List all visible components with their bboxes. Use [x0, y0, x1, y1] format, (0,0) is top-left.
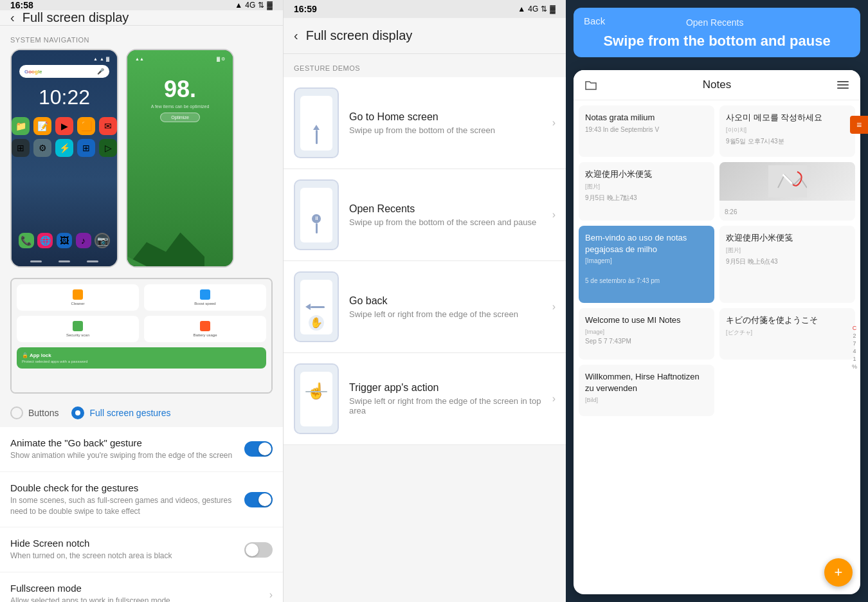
note-card-4-image[interactable]: 8:26 — [719, 162, 855, 221]
note-card-6[interactable]: 欢迎使用小米便笺 [图片] 9月5日 晚上6点43 — [719, 226, 855, 303]
phone-inner-back: ✋ — [300, 280, 332, 334]
gesture-preview-recents: ⏸ — [294, 179, 339, 250]
phone-top-bar: ▲ ▲ ▓ — [17, 55, 112, 62]
phone-dock: 📞 🌐 🖼 ♪ 📷 — [12, 233, 117, 248]
page-header-left: ‹ Full screen display — [0, 10, 283, 26]
arrow-head — [313, 125, 320, 130]
phone-top-bar-green: ▲▲ ▓ ⚙ — [132, 55, 228, 63]
arrow-recents: ⏸ — [312, 214, 321, 233]
note-card-3[interactable]: 欢迎使用小米便笺 [图片] 9月5日 晚上7點43 — [579, 162, 714, 221]
setting-notch-desc: When turned on, the screen notch area is… — [10, 551, 244, 561]
time-left: 16:58 — [10, 0, 33, 10]
note-card-5-blue[interactable]: Bem-vindo ao uso de notas pegajosas de m… — [579, 226, 714, 303]
signal-icon: ▲ — [100, 57, 104, 61]
gesture-recents[interactable]: ⏸ Open Recents Swipe up from the bottom … — [284, 169, 566, 261]
app-files: 📁 — [12, 117, 30, 135]
note-sub-9: [Bild] — [585, 397, 708, 403]
note-sub-8: [ピクチャ] — [726, 329, 849, 337]
nav-dot-home — [59, 260, 70, 262]
chevron-fullscreen: › — [269, 589, 273, 601]
setting-notch: Hide Screen notch When turned on, the sc… — [0, 527, 283, 572]
orange-widget: ≡ — [850, 116, 868, 134]
phone-nav-bar — [12, 260, 117, 262]
status-bar-middle: 16:59 ▲ 4G ⇅ ▓ — [284, 0, 566, 18]
setting-animate-title: Animate the "Go back" gesture — [10, 437, 244, 448]
toggle-thumb-animate — [258, 442, 271, 455]
notes-menu-icon[interactable] — [836, 78, 850, 92]
fab-add-note[interactable]: + — [824, 558, 853, 587]
note-sub-7: [Image] — [585, 329, 708, 335]
btn-cleaner: Cleaner — [17, 284, 139, 311]
note-image-top-4 — [719, 162, 855, 201]
gesture-trigger[interactable]: ☝ Trigger app's action Swipe left or rig… — [284, 353, 566, 445]
phone-mock-green[interactable]: ▲▲ ▓ ⚙ 98. A few items can be optimized … — [126, 49, 234, 268]
chevron-home: › — [552, 117, 556, 129]
nav-option-gestures[interactable]: Full screen gestures — [71, 406, 170, 419]
btn-row-1: Cleaner Boost speed — [17, 284, 266, 311]
tooltip-open-recents: Back Open Recents Swipe from the bottom … — [574, 8, 860, 57]
nav-option-buttons[interactable]: Buttons — [10, 406, 59, 419]
note-card-7[interactable]: Welcome to use MI Notes [Image] Sep 5 7 … — [579, 308, 714, 360]
phone-inner-recents: ⏸ — [300, 188, 332, 242]
notes-app: Notes Notas grata milium 19:43 In die Se… — [574, 70, 860, 594]
gesture-title-trigger: Trigger app's action — [349, 382, 542, 394]
sidebar-letter-7: 7 — [850, 340, 859, 347]
app-mail: ✉ — [99, 117, 117, 135]
notes-header: Notes — [574, 70, 860, 100]
notes-title: Notes — [598, 78, 836, 91]
dock-music: ♪ — [76, 233, 91, 248]
gesture-back[interactable]: ✋ Go back Swipe left or right from the e… — [284, 261, 566, 353]
toggle-double-check[interactable] — [244, 492, 273, 507]
notes-folder-icon — [584, 78, 598, 92]
back-button-left[interactable]: ‹ — [10, 10, 15, 25]
network-m: 4G — [528, 5, 538, 14]
chevron-recents: › — [552, 209, 556, 221]
pause-circle: ⏸ — [312, 214, 321, 223]
note-date-5: 5 de setembro às 7:43 pm — [585, 264, 708, 284]
back-button-middle[interactable]: ‹ — [294, 28, 298, 43]
google-search-bar: Google 🎤 — [19, 65, 109, 78]
tooltip-open-recents-label: Open Recents — [686, 17, 744, 28]
toggle-animate[interactable] — [244, 441, 273, 457]
gesture-preview-home — [294, 87, 339, 158]
toggle-notch[interactable] — [244, 542, 273, 558]
app-play: ▶ — [55, 117, 73, 135]
gesture-home[interactable]: Go to Home screen Swipe up from the bott… — [284, 77, 566, 169]
note-card-9[interactable]: Willkommen, Hirse Haftnotizen zu verwend… — [579, 365, 714, 416]
battery-icon-b — [200, 321, 210, 331]
app-lock-sub: Protect selected apps with a password — [22, 360, 261, 363]
sidebar-letter-1: 1 — [850, 356, 859, 362]
gesture-desc-home: Swipe up from the bottom of the screen — [349, 125, 542, 135]
note-date-4: 8:26 — [725, 208, 850, 215]
note-card-8[interactable]: キビの付箋を使ようこそ [ピクチャ] — [719, 308, 855, 360]
phone-clock: 10:22 — [39, 86, 90, 109]
note-card-1[interactable]: Notas grata milium 19:43 In die Septembr… — [579, 105, 714, 157]
btn-security: Security scan — [17, 316, 139, 342]
app-lock-card: 🔒 App lock Protect selected apps with a … — [17, 347, 266, 369]
arrow-shaft-b — [311, 306, 325, 308]
chevron-trigger: › — [552, 393, 556, 405]
note-title-6: 欢迎使用小米便笺 — [726, 232, 849, 244]
swipe-line — [305, 391, 327, 392]
gesture-preview-trigger: ☝ — [294, 363, 339, 434]
note-date-1: 19:43 In die Septembris V — [585, 126, 708, 133]
tooltip-back-label[interactable]: Back — [584, 15, 605, 26]
phone-buttons-area: Cleaner Boost speed Security scan Batter… — [0, 278, 283, 399]
note-title-2: 사오미 메모를 작성하세요 — [726, 112, 849, 123]
notes-grid: Notas grata milium 19:43 In die Septembr… — [574, 100, 860, 421]
setting-fullscreen[interactable]: Fullscreen mode Allow selected apps to w… — [0, 572, 283, 602]
phone-mock-home[interactable]: ▲ ▲ ▓ Google 🎤 10:22 📁 📝 ▶ 🟧 ✉ ⊞ — [10, 49, 118, 268]
gesture-info-recents: Open Recents Swipe up from the bottom of… — [349, 203, 542, 227]
note-card-2[interactable]: 사오미 메모를 작성하세요 [이이치] 9월5일 오후7시43분 — [719, 105, 855, 157]
sidebar-letter-4: 4 — [850, 348, 859, 354]
arrow-up-home — [313, 125, 320, 144]
network-left: 4G — [245, 1, 255, 10]
chevron-back: › — [552, 301, 556, 313]
cleaner-icon — [73, 289, 83, 300]
nav-buttons-label: Buttons — [28, 408, 59, 418]
tooltip-top-row: Back Open Recents — [584, 15, 850, 29]
note-date-2: 9월5일 오후7시43분 — [726, 137, 849, 146]
optimize-btn[interactable]: Optimize — [160, 113, 200, 122]
sidebar-letter-c: C — [850, 325, 859, 331]
note-image-svg — [768, 165, 807, 197]
